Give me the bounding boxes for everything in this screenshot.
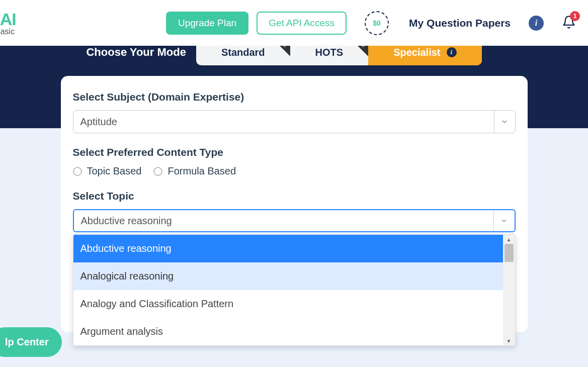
logo-tier: Basic [0,27,16,36]
content-type-label: Select Preferred Content Type [73,146,516,158]
notifications-button[interactable]: 1 [562,15,576,31]
my-question-papers-link[interactable]: My Question Papers [409,17,511,29]
subject-label: Select Subject (Domain Expertise) [73,91,516,103]
credits-badge[interactable]: $0 [365,11,389,35]
dropdown-option[interactable]: Analogy and Classification Pattern [73,290,503,318]
chevron-down-icon [493,210,515,231]
upgrade-plan-button[interactable]: Upgrade Plan [166,12,248,35]
choose-mode-label: Choose Your Mode [86,46,186,59]
info-icon[interactable]: i [447,47,457,57]
topic-label: Select Topic [73,190,516,202]
logo[interactable]: pAI Basic [0,10,16,36]
subject-value: Aptitude [80,116,117,128]
radio-topic-based[interactable]: Topic Based [73,165,142,177]
content-type-radios: Topic Based Formula Based [73,165,516,177]
dropdown-option[interactable]: Abductive reasoning [73,235,503,262]
topic-select[interactable]: Abductive reasoning [73,209,516,232]
scroll-thumb[interactable] [505,244,514,262]
notification-count-badge: 1 [570,11,580,21]
info-icon[interactable]: i [529,16,544,31]
get-api-access-button[interactable]: Get API Access [257,12,347,35]
form-card: Select Subject (Domain Expertise) Aptitu… [61,76,528,332]
help-center-button[interactable]: lp Center [0,327,62,357]
mode-tab-standard-label: Standard [221,47,265,58]
radio-topic-label: Topic Based [87,165,142,177]
chevron-down-icon [494,111,515,133]
scroll-up-arrow-icon[interactable]: ▲ [503,235,515,244]
topic-dropdown-menu: Abductive reasoning Analogical reasoning… [73,234,516,346]
mode-tab-specialist-label: Specialist [393,47,440,58]
radio-formula-label: Formula Based [167,165,236,177]
dropdown-option[interactable]: Analogical reasoning [73,262,503,290]
mode-tab-hots-label: HOTS [315,47,344,58]
radio-formula-based[interactable]: Formula Based [153,165,236,177]
radio-icon [73,167,82,176]
app-header: pAI Basic Upgrade Plan Get API Access $0… [0,0,588,46]
dropdown-option[interactable]: Argument analysis [73,318,503,345]
radio-icon [153,167,162,176]
logo-ai: AI [0,10,16,29]
scrollbar[interactable]: ▲ ▼ [503,235,515,345]
scroll-down-arrow-icon[interactable]: ▼ [503,336,515,345]
subject-select[interactable]: Aptitude [73,110,516,133]
topic-value: Abductive reasoning [81,215,172,227]
